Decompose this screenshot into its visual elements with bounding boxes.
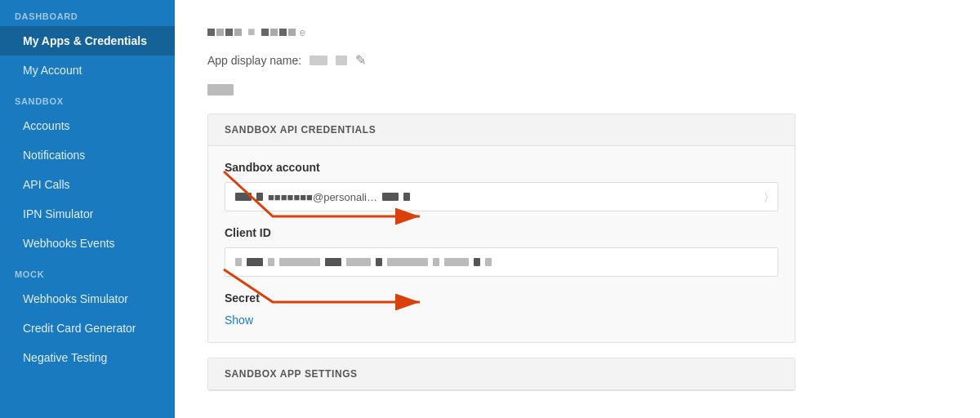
app-name-redacted-2 [336,56,347,65]
sandbox-section-label: SANDBOX [0,85,175,111]
sidebar: DASHBOARD My Apps & Credentials My Accou… [0,0,175,418]
sa-redact-1 [235,193,252,201]
sandbox-api-credentials-card: SANDBOX API CREDENTIALS Sandbox account … [207,113,795,343]
show-secret-link[interactable]: Show [225,314,253,327]
edit-icon[interactable]: ✎ [355,52,366,68]
sidebar-item-api-calls[interactable]: API Calls [0,170,175,199]
ci-redact-7 [376,258,382,266]
sa-redact-3 [382,193,399,201]
sidebar-item-webhooks-events[interactable]: Webhooks Events [0,229,175,258]
ci-redact-4 [279,258,320,266]
ci-redact-6 [346,258,371,266]
mock-section-label: MOCK [0,258,175,284]
secret-section: Secret Show [225,291,778,327]
client-id-value [225,247,778,277]
sandbox-account-label: Sandbox account [225,161,778,174]
ci-redact-9 [433,258,439,266]
sa-redact-2 [256,193,263,201]
app-logo: ■ e [207,24,947,39]
sidebar-item-notifications[interactable]: Notifications [0,140,175,170]
sidebar-item-webhooks-simulator[interactable]: Webhooks Simulator [0,284,175,314]
sa-redact-4 [403,193,410,201]
sandbox-api-credentials-header: SANDBOX API CREDENTIALS [208,114,795,146]
sandbox-api-credentials-body: Sandbox account ■■■■■■■@personali… 〉 Cli… [208,146,795,342]
ci-redact-2 [247,258,263,266]
app-display-name-row: App display name: ✎ [207,52,947,68]
main-content: ■ e App display name: ✎ SANDBOX API CRED… [175,0,980,418]
app-name-redacted-1 [310,56,327,65]
logo-pixels-2 [261,29,296,36]
sandbox-account-value: ■■■■■■■@personali… 〉 [225,182,778,211]
sidebar-item-my-account[interactable]: My Account [0,56,175,85]
sidebar-item-accounts[interactable]: Accounts [0,111,175,140]
ci-redact-10 [444,258,469,266]
sidebar-item-my-apps[interactable]: My Apps & Credentials [0,26,175,56]
sandbox-app-settings-card: SANDBOX APP SETTINGS [207,358,795,391]
ci-redact-1 [235,258,242,266]
sandbox-account-section: Sandbox account ■■■■■■■@personali… 〉 [225,161,778,211]
ci-redact-5 [325,258,341,266]
sidebar-item-credit-card-generator[interactable]: Credit Card Generator [0,314,175,343]
client-id-section: Client ID [225,226,778,277]
ci-redact-12 [485,258,492,266]
app-name-sub-redact [207,84,234,96]
secret-label: Secret [225,291,778,305]
sandbox-app-settings-header: SANDBOX APP SETTINGS [208,358,795,390]
app-name-sub [207,84,947,99]
ci-redact-8 [387,258,428,266]
client-id-label: Client ID [225,226,778,239]
sidebar-item-ipn-simulator[interactable]: IPN Simulator [0,199,175,229]
dashboard-section-label: DASHBOARD [0,0,175,26]
ci-redact-11 [474,258,480,266]
ci-redact-3 [268,258,274,266]
app-display-name-label: App display name: [207,54,301,67]
logo-pixels [207,29,242,36]
sa-email-partial: ■■■■■■■@personali… [268,191,377,203]
sidebar-item-negative-testing[interactable]: Negative Testing [0,343,175,372]
sa-copy-icon[interactable]: 〉 [764,190,768,203]
